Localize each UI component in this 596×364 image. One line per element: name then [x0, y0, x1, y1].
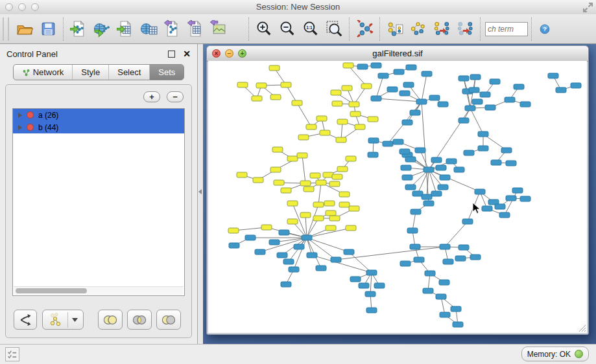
network-window[interactable]: × − + galFiltered.sif	[206, 45, 589, 335]
graph-node[interactable]	[462, 219, 473, 224]
graph-node[interactable]	[252, 96, 262, 101]
graph-node[interactable]	[337, 119, 348, 124]
graph-node[interactable]	[410, 110, 420, 115]
graph-node[interactable]	[556, 87, 566, 93]
graph-node[interactable]	[440, 244, 450, 249]
graph-node[interactable]	[300, 181, 311, 186]
graph-node[interactable]	[332, 101, 342, 106]
graph-node[interactable]	[289, 267, 299, 272]
graph-node[interactable]	[270, 167, 281, 172]
network-canvas[interactable]	[208, 61, 587, 333]
graph-node[interactable]	[512, 188, 523, 193]
graph-node[interactable]	[470, 255, 481, 260]
graph-node[interactable]	[261, 225, 272, 230]
hide-selected-nodes-button[interactable]	[453, 17, 477, 41]
graph-node[interactable]	[520, 196, 530, 201]
graph-node[interactable]	[431, 157, 442, 163]
graph-node[interactable]	[355, 124, 365, 130]
graph-node[interactable]	[443, 259, 453, 264]
expander-icon[interactable]	[18, 125, 22, 130]
graph-node[interactable]	[368, 152, 378, 157]
graph-node[interactable]	[366, 308, 377, 313]
graph-node[interactable]	[459, 245, 469, 250]
graph-node[interactable]	[438, 185, 448, 190]
expander-icon[interactable]	[18, 113, 22, 118]
save-session-button[interactable]	[36, 17, 60, 41]
create-set-from-network-button[interactable]	[42, 310, 84, 330]
graph-node[interactable]	[366, 270, 377, 275]
graph-node[interactable]	[346, 225, 356, 231]
graph-node[interactable]	[331, 90, 341, 95]
graph-node[interactable]	[336, 137, 346, 142]
graph-node[interactable]	[359, 283, 369, 288]
graph-node[interactable]	[350, 277, 361, 282]
graph-node[interactable]	[337, 166, 348, 172]
graph-node[interactable]	[361, 84, 372, 89]
graph-node[interactable]	[446, 159, 457, 164]
graph-node[interactable]	[313, 216, 324, 221]
zoom-actual-button[interactable]: 1:1	[299, 17, 322, 41]
export-network-button[interactable]	[160, 17, 184, 41]
graph-node[interactable]	[403, 82, 414, 87]
graph-node[interactable]	[307, 253, 317, 258]
graph-node[interactable]	[287, 219, 298, 224]
zoom-out-button[interactable]	[276, 17, 299, 41]
graph-node[interactable]	[331, 257, 341, 262]
graph-node[interactable]	[342, 85, 352, 91]
panel-splitter[interactable]	[198, 44, 203, 345]
graph-node[interactable]	[346, 156, 356, 161]
set-list-item[interactable]: b (44)	[13, 121, 184, 133]
graph-node[interactable]	[279, 230, 289, 235]
export-table-button[interactable]	[184, 17, 207, 41]
graph-node[interactable]	[482, 206, 492, 211]
graph-node[interactable]	[501, 148, 512, 153]
graph-node[interactable]	[393, 139, 403, 144]
graph-node[interactable]	[281, 282, 291, 287]
search-input[interactable]	[485, 22, 528, 36]
graph-node[interactable]	[357, 64, 368, 69]
graph-node[interactable]	[399, 149, 410, 154]
graph-node[interactable]	[459, 76, 469, 81]
help-button[interactable]: ?	[535, 18, 554, 40]
add-set-button[interactable]: +	[143, 91, 160, 102]
graph-node[interactable]	[326, 225, 336, 231]
graph-node[interactable]	[431, 191, 442, 196]
graph-node[interactable]	[451, 306, 461, 312]
graph-node[interactable]	[371, 96, 381, 101]
graph-node[interactable]	[287, 156, 298, 161]
graph-node[interactable]	[455, 256, 466, 261]
graph-node[interactable]	[350, 111, 361, 117]
graph-node[interactable]	[281, 82, 291, 87]
graph-node[interactable]	[571, 83, 581, 88]
graph-node[interactable]	[440, 175, 450, 180]
tab-sets[interactable]: Sets	[149, 65, 184, 80]
graph-node[interactable]	[374, 283, 385, 288]
graph-node[interactable]	[344, 249, 354, 255]
graph-node[interactable]	[306, 124, 316, 130]
split-set-button[interactable]	[14, 310, 37, 330]
graph-node[interactable]	[287, 201, 298, 206]
remove-set-button[interactable]: −	[167, 91, 184, 102]
graph-node[interactable]	[422, 71, 432, 76]
graph-node[interactable]	[300, 212, 311, 218]
show-selected-nodes-button[interactable]	[430, 17, 453, 41]
graph-node[interactable]	[371, 63, 381, 68]
memory-status-button[interactable]: Memory: OK	[521, 347, 589, 361]
graph-node[interactable]	[274, 180, 284, 185]
graph-node[interactable]	[329, 216, 340, 221]
select-first-neighbors-button[interactable]	[407, 17, 430, 41]
import-network-file-button[interactable]	[67, 17, 90, 41]
export-image-button[interactable]	[207, 17, 230, 41]
graph-node[interactable]	[253, 177, 263, 183]
graph-node[interactable]	[495, 204, 505, 209]
graph-node[interactable]	[255, 249, 265, 255]
graph-node[interactable]	[472, 99, 483, 104]
graph-node[interactable]	[297, 153, 307, 158]
graph-node[interactable]	[399, 91, 410, 96]
graph-node[interactable]	[316, 116, 327, 121]
graph-node[interactable]	[402, 175, 412, 180]
sets-list[interactable]: a (26)b (44)	[12, 108, 185, 296]
graph-node[interactable]	[416, 99, 427, 104]
graph-node[interactable]	[394, 69, 404, 74]
graph-node[interactable]	[422, 194, 432, 199]
